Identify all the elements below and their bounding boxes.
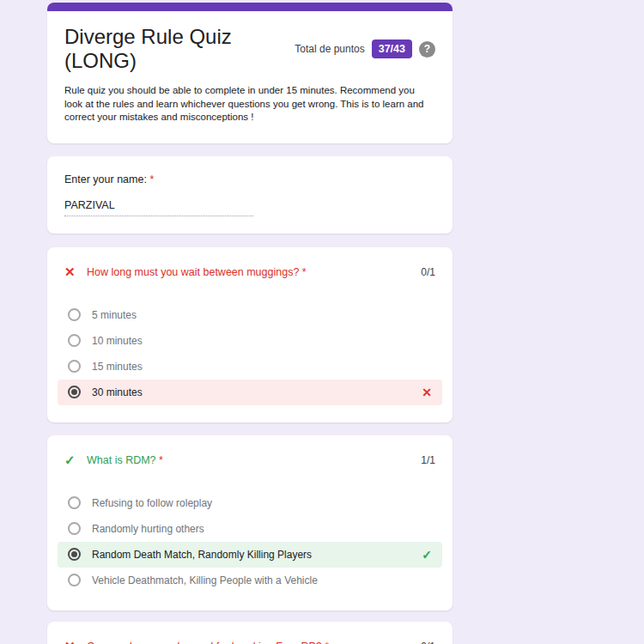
- name-question-label: Enter your name: *: [64, 173, 435, 185]
- radio-unselected-icon[interactable]: [68, 496, 81, 509]
- incorrect-icon: ✕: [422, 386, 432, 399]
- radio-unselected-icon[interactable]: [68, 522, 81, 535]
- required-asterisk: *: [159, 454, 163, 466]
- help-icon[interactable]: ?: [419, 41, 435, 58]
- question-card-fear-rp: ✕ Can you be server banned for breaking …: [47, 622, 453, 644]
- question-score: 0/1: [421, 266, 435, 278]
- question-header: ✓ What is RDM? * 1/1: [64, 453, 435, 468]
- question-header: ✕ Can you be server banned for breaking …: [64, 639, 435, 644]
- question-text: Can you be server banned for breaking Fe…: [87, 641, 421, 644]
- radio-selected-icon[interactable]: [68, 548, 81, 561]
- radio-unselected-icon[interactable]: [68, 334, 81, 347]
- total-points-label: Total de puntos: [295, 43, 364, 55]
- name-input-value[interactable]: PARZIVAL: [64, 199, 253, 216]
- option-row[interactable]: 15 minutes: [58, 354, 442, 380]
- form-accent-bar: [47, 3, 453, 11]
- required-asterisk: *: [149, 173, 154, 185]
- required-asterisk: *: [325, 641, 329, 644]
- form-header-card: Diverge Rule Quiz (LONG) Total de puntos…: [47, 11, 453, 143]
- total-points-badge: 37/43: [372, 39, 412, 58]
- option-row-selected-incorrect[interactable]: 30 minutes ✕: [58, 380, 442, 405]
- option-row[interactable]: Randomly hurting others: [58, 516, 442, 542]
- form-title: Diverge Rule Quiz (LONG): [64, 25, 295, 73]
- form-title-row: Diverge Rule Quiz (LONG) Total de puntos…: [64, 25, 435, 73]
- question-score: 0/1: [421, 641, 435, 644]
- required-asterisk: *: [302, 266, 307, 278]
- option-row[interactable]: Refusing to follow roleplay: [58, 490, 442, 516]
- name-question-card: Enter your name: * PARZIVAL: [47, 156, 453, 234]
- option-row[interactable]: Vehicle Deathmatch, Killing People with …: [58, 568, 442, 593]
- radio-unselected-icon[interactable]: [68, 574, 81, 586]
- incorrect-icon: ✕: [64, 639, 87, 644]
- name-question-text: Enter your name:: [64, 173, 147, 185]
- incorrect-icon: ✕: [64, 264, 87, 280]
- options-list: 5 minutes 10 minutes 15 minutes 30 minut…: [64, 302, 435, 405]
- options-list: Refusing to follow roleplay Randomly hur…: [64, 490, 435, 593]
- question-card-rdm: ✓ What is RDM? * 1/1 Refusing to follow …: [47, 435, 453, 611]
- question-score: 1/1: [421, 454, 435, 466]
- form-column: Diverge Rule Quiz (LONG) Total de puntos…: [47, 3, 453, 644]
- total-points-block: Total de puntos 37/43 ?: [295, 39, 435, 58]
- correct-icon: ✓: [64, 453, 87, 468]
- option-row[interactable]: 10 minutes: [58, 328, 442, 354]
- radio-unselected-icon[interactable]: [68, 360, 81, 373]
- correct-icon: ✓: [422, 548, 432, 562]
- option-row-selected-correct[interactable]: Random Death Match, Randomly Killing Pla…: [58, 542, 442, 568]
- question-card-muggings: ✕ How long must you wait between mugging…: [47, 247, 453, 422]
- option-row[interactable]: 5 minutes: [58, 302, 442, 328]
- form-description: Rule quiz you should be able to complete…: [64, 84, 435, 125]
- radio-unselected-icon[interactable]: [68, 308, 81, 321]
- question-text: How long must you wait between muggings?…: [87, 266, 421, 278]
- radio-selected-icon[interactable]: [68, 386, 81, 398]
- question-header: ✕ How long must you wait between mugging…: [64, 264, 435, 280]
- question-text: What is RDM? *: [87, 454, 421, 466]
